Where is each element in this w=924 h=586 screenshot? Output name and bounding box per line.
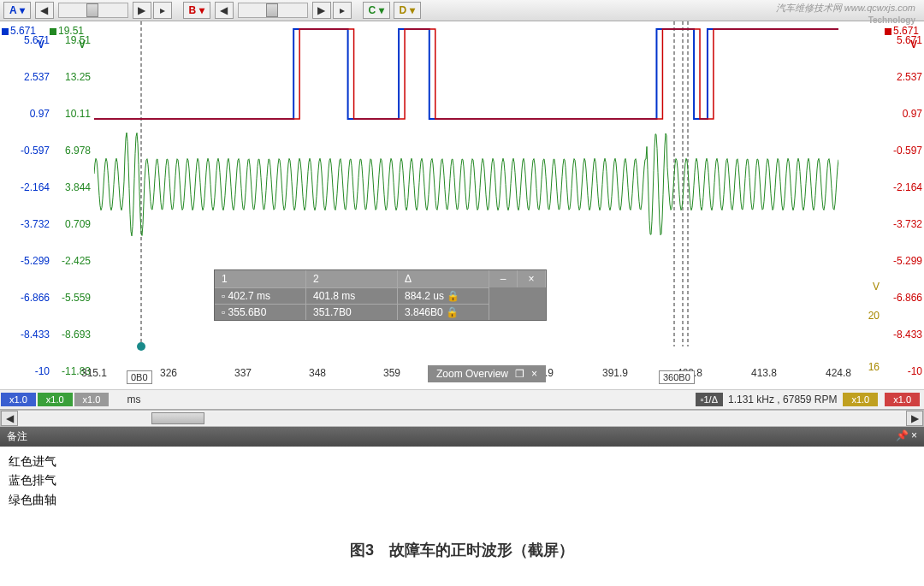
play-button[interactable]: ▸ bbox=[153, 2, 172, 19]
zoom-c[interactable]: x1.0 bbox=[38, 393, 73, 406]
channel-a-slider[interactable] bbox=[58, 3, 128, 18]
scroll-thumb[interactable] bbox=[151, 412, 204, 424]
scroll-right-icon[interactable]: ▶ bbox=[906, 411, 923, 426]
y-axis-green: V 19.5113.2510.116.9783.8440.709-2.425-5… bbox=[50, 21, 92, 389]
horizontal-scrollbar[interactable]: ◀ ▶ bbox=[0, 410, 924, 427]
channel-c-button[interactable]: C ▾ bbox=[363, 2, 390, 19]
delta-label: ▫1/Δ bbox=[696, 393, 723, 406]
notes-header: 备注 📌 × bbox=[0, 427, 924, 447]
next-button-b[interactable]: ▶ bbox=[312, 2, 331, 19]
zoom-a[interactable]: x1.0 bbox=[1, 393, 36, 406]
y-axis-gold: V 20 16 bbox=[838, 21, 881, 389]
next-button[interactable]: ▶ bbox=[133, 2, 151, 19]
notes-body: 红色进气 蓝色排气 绿色曲轴 bbox=[0, 447, 924, 514]
y-axis-blue: V 5.6712.5370.97-0.597-2.164-3.732-5.299… bbox=[0, 21, 51, 389]
zoom-x[interactable]: x1.0 bbox=[74, 393, 110, 406]
scroll-left-icon[interactable]: ◀ bbox=[1, 411, 18, 426]
minimize-icon[interactable]: – bbox=[489, 270, 518, 287]
prev-button[interactable]: ◀ bbox=[35, 2, 54, 19]
play-button-b[interactable]: ▸ bbox=[333, 2, 352, 19]
close-icon[interactable]: × bbox=[518, 270, 546, 287]
watermark-text: 汽车维修技术网 www.qcwxjs.com bbox=[776, 2, 915, 15]
close-icon[interactable]: × bbox=[531, 368, 537, 380]
zoom-overview-panel[interactable]: Zoom Overview ❐ × bbox=[428, 365, 546, 382]
frequency-readout: 1.131 kHz , 67859 RPM bbox=[728, 394, 837, 405]
cursor-measurement-panel[interactable]: 1 2 Δ – × ▫ 402.7 ms 401.8 ms 884.2 us 🔒… bbox=[214, 269, 547, 321]
restore-icon[interactable]: ❐ bbox=[515, 368, 524, 380]
channel-a-button[interactable]: A ▾ bbox=[3, 2, 31, 19]
pin-icon[interactable]: 📌 × bbox=[896, 429, 917, 444]
oscilloscope-plot: 5.671 19.51 5.671 V 5.6712.5370.97-0.597… bbox=[0, 21, 924, 390]
marker-2[interactable]: 360B0 bbox=[659, 370, 695, 384]
figure-caption: 图3 故障车的正时波形（截屏） bbox=[0, 514, 924, 569]
zoom-b[interactable]: x1.0 bbox=[885, 393, 920, 406]
svg-point-4 bbox=[137, 342, 145, 351]
y-axis-red: V 5.6712.5370.97-0.597-2.164-3.732-5.299… bbox=[881, 21, 924, 389]
time-unit: ms bbox=[127, 394, 140, 405]
channel-b-button[interactable]: B ▾ bbox=[183, 2, 210, 19]
channel-d-button[interactable]: D ▾ bbox=[394, 2, 421, 19]
channel-toolbar: A ▾ ◀ ▶ ▸ B ▾ ◀ ▶ ▸ C ▾ D ▾ 汽车维修技术网 www.… bbox=[0, 0, 924, 21]
channel-b-slider[interactable] bbox=[238, 3, 308, 18]
prev-button-b[interactable]: ◀ bbox=[215, 2, 234, 19]
zoom-status-bar: x1.0 x1.0 x1.0 ms ▫1/Δ 1.131 kHz , 67859… bbox=[0, 390, 924, 410]
marker-1[interactable]: 0B0 bbox=[127, 370, 152, 384]
zoom-d[interactable]: x1.0 bbox=[843, 393, 878, 406]
